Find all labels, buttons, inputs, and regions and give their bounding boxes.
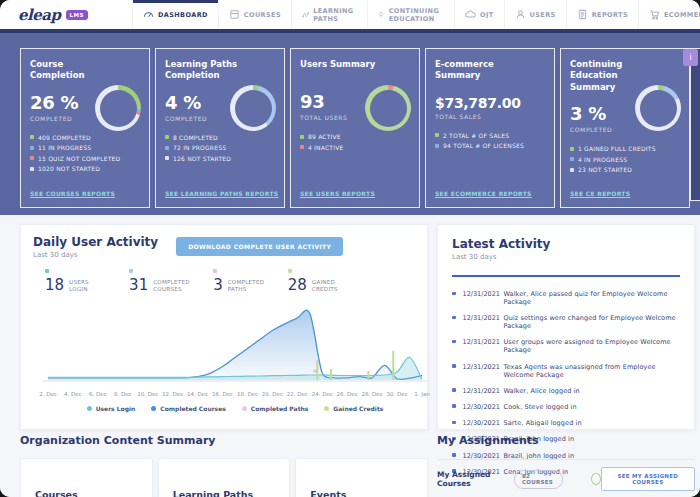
stat-users-login: 18USERS LOGIN <box>45 269 105 294</box>
nav-learning-paths[interactable]: LEARNING PATHS <box>291 0 367 29</box>
activity-text: Sarte, Abigail logged in <box>504 419 582 427</box>
x-tick-label: 14. Dec <box>187 391 208 397</box>
legend-dot <box>300 135 304 139</box>
activity-stats: 18USERS LOGIN 31COMPLETED COURSES 3COMPL… <box>45 269 415 294</box>
activity-list-item: 12/31/2021 User groups were assigned to … <box>452 338 680 354</box>
legend-dot <box>165 156 169 160</box>
nav-ecommerce[interactable]: ECOMMERCE <box>638 0 700 29</box>
card-legend: 409 COMPLETED 11 IN PROGRESS 15 QUIZ NOT… <box>30 134 140 173</box>
legend-dot <box>570 168 574 172</box>
legend-dot <box>30 156 34 160</box>
my-assignments-section: My Assignments My Assigned Courses 82 CO… <box>437 434 695 497</box>
download-user-activity-button[interactable]: DOWNLOAD COMPLETE USER ACTIVITY <box>176 237 343 256</box>
donut-chart <box>365 85 411 131</box>
activity-date: 12/31/2021 <box>463 314 497 322</box>
x-tick-label: 4. Dec <box>64 391 82 397</box>
legend-dot <box>165 146 169 150</box>
chart-legend-item[interactable]: Users Login <box>87 405 136 412</box>
see-my-assigned-courses-button[interactable]: SEE MY ASSIGNED COURSES <box>601 467 695 491</box>
legend-dot <box>30 167 34 171</box>
bullet-icon <box>452 292 456 296</box>
activity-text: Quiz settings were changed for Employee … <box>504 314 681 330</box>
legend-dot <box>300 145 304 149</box>
card-legend: 89 ACTIVE 4 INACTIVE <box>300 133 410 151</box>
x-tick-label: 16. Dec <box>212 391 233 397</box>
bullet-icon <box>452 388 456 392</box>
x-tick-label: 18. Dec <box>237 391 258 397</box>
chart-legend-item[interactable]: Completed Courses <box>151 405 226 412</box>
x-tick-label: 1. Jan <box>414 391 429 397</box>
x-tick-label: 24. Dec <box>312 391 333 397</box>
x-tick-label: 28. Dec <box>362 391 383 397</box>
activity-list-item: 12/31/2021 Texas Agents was unassigned f… <box>452 363 680 379</box>
nav-reports[interactable]: REPORTS <box>566 0 638 29</box>
bullet-icon <box>452 404 456 408</box>
legend-dot <box>30 135 34 139</box>
nav-courses[interactable]: COURSES <box>218 0 291 29</box>
chart-legend-item[interactable]: Gained Credits <box>324 405 383 412</box>
activity-date: 12/30/2021 <box>463 403 497 411</box>
app-logo[interactable]: eleap LMS <box>0 0 102 29</box>
org-card-courses[interactable]: Courses <box>20 458 153 497</box>
stat-dot <box>213 269 217 273</box>
partial-offscreen-card <box>690 48 700 201</box>
nav-dashboard[interactable]: DASHBOARD <box>132 0 218 29</box>
stat-dot <box>288 269 292 273</box>
x-tick-label: 6. Dec <box>89 391 107 397</box>
divider <box>437 459 695 460</box>
assigned-courses-row: My Assigned Courses 82 COURSES SEE MY AS… <box>437 469 695 489</box>
see-ecommerce-reports-link[interactable]: SEE ECOMMERCE REPORTS <box>435 190 532 197</box>
x-tick-label: 2. Dec <box>39 391 57 397</box>
legend-dot <box>87 406 92 411</box>
continuing-education-icon <box>378 9 384 20</box>
activity-date: 12/31/2021 <box>463 363 497 371</box>
see-users-reports-link[interactable]: SEE USERS REPORTS <box>300 190 375 197</box>
card-users-summary: Users Summary 93 TOTAL USERS 89 ACTIVE 4… <box>290 48 420 208</box>
bullet-icon <box>452 340 456 344</box>
blue-divider <box>452 275 680 277</box>
top-navigation-bar: eleap LMS DASHBOARD COURSES LEARNING PAT… <box>0 0 700 29</box>
see-learning-paths-reports-link[interactable]: SEE LEARNING PATHS REPORTS <box>165 190 278 197</box>
activity-list-item: 12/30/2021 Cook, Steve logged in <box>452 403 680 411</box>
bullet-icon <box>452 364 456 368</box>
see-ce-reports-link[interactable]: SEE CE REPORTS <box>570 190 630 197</box>
nav-users[interactable]: USERS <box>504 0 566 29</box>
legend-dot <box>242 406 247 411</box>
chart-x-axis: 2. Dec4. Dec6. Dec8. Dec10. Dec12. Dec14… <box>43 390 427 398</box>
chart-legend-item[interactable]: Completed Paths <box>242 405 309 412</box>
legend-dot <box>151 406 156 411</box>
latest-activity-panel: Latest Activity Last 30 days 12/31/2021 … <box>437 224 695 430</box>
activity-text: Walker, Alice logged in <box>504 387 580 395</box>
nav-continuing-education[interactable]: CONTINUING EDUCATION <box>367 0 454 29</box>
x-tick-label: 22. Dec <box>287 391 308 397</box>
see-courses-reports-link[interactable]: SEE COURSES REPORTS <box>30 190 115 197</box>
card-ecommerce-summary: E-commerce Summary $73,787.00 TOTAL SALE… <box>425 48 555 208</box>
legend-dot <box>165 135 169 139</box>
org-card-events[interactable]: Events <box>295 458 428 497</box>
activity-date: 12/31/2021 <box>463 338 497 346</box>
activity-date: 12/30/2021 <box>463 419 497 427</box>
stat-dot <box>45 269 49 273</box>
chart-legend: Users LoginCompleted CoursesCompleted Pa… <box>43 405 427 412</box>
nav-ojt[interactable]: OJT <box>454 0 504 29</box>
card-course-completion: Course Completion 26 % COMPLETED 409 COM… <box>20 48 150 208</box>
legend-dot <box>435 144 439 148</box>
org-card-learning-paths[interactable]: Learning Paths <box>158 458 291 497</box>
stat-completed-paths: 3COMPLETED PATHS <box>213 269 264 294</box>
summary-cards: Course Completion 26 % COMPLETED 409 COM… <box>20 48 690 208</box>
ojt-icon <box>465 9 476 20</box>
activity-date: 12/31/2021 <box>463 290 497 298</box>
card-title: Users Summary <box>300 59 380 81</box>
brand-wordmark: eleap <box>18 6 61 24</box>
card-legend: 8 COMPLETED 72 IN PROGRESS 126 NOT START… <box>165 134 275 162</box>
activity-list-item: 12/31/2021 Walker, Alice logged in <box>452 387 680 395</box>
daily-activity-chart: 2. Dec4. Dec6. Dec8. Dec10. Dec12. Dec14… <box>43 302 427 412</box>
x-tick-label: 8. Dec <box>114 391 132 397</box>
card-title: Continuing Education Summary <box>570 59 650 93</box>
main-content: Daily User Activity Last 30 days DOWNLOA… <box>0 215 700 497</box>
x-tick-label: 26. Dec <box>337 391 358 397</box>
reports-icon <box>577 9 588 20</box>
assigned-courses-label: My Assigned Courses <box>437 470 508 488</box>
info-tab-button[interactable]: i <box>683 49 698 66</box>
card-value: $73,787.00 <box>435 95 545 111</box>
